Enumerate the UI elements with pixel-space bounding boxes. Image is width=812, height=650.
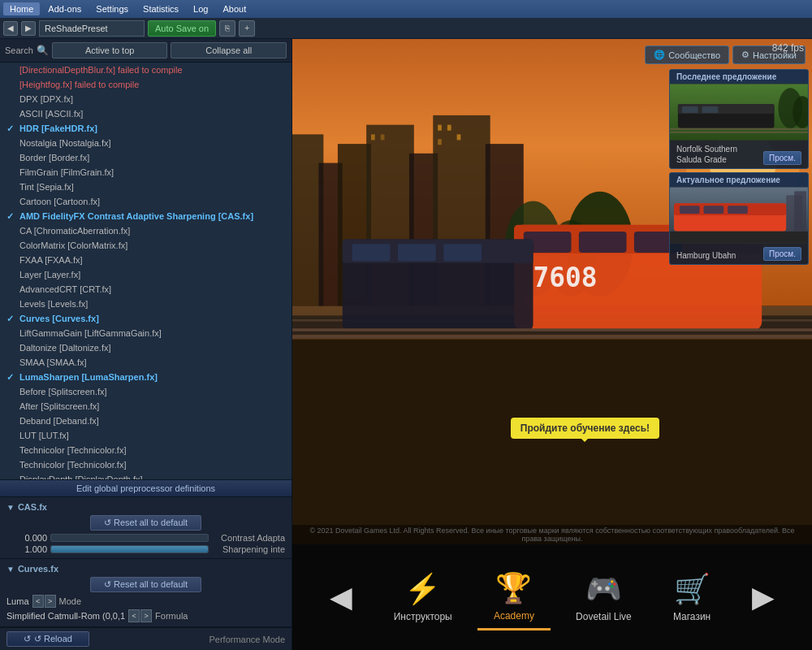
svg-rect-33 [352, 244, 391, 261]
cas-param2-bar[interactable] [50, 545, 209, 553]
prev-button[interactable]: ◀ [3, 21, 18, 36]
preset-name-input[interactable] [39, 20, 145, 37]
menu-tab-settings[interactable]: Settings [89, 2, 135, 15]
effect-item-e27[interactable]: Technicolor [Technicolor.fx] [0, 443, 292, 457]
curves-section-label: Curves.fx [18, 564, 58, 574]
active-to-top-button[interactable]: Active to top [52, 42, 168, 58]
checkmark-icon: ✓ [6, 124, 16, 134]
curves-formula-next-button[interactable]: > [140, 609, 152, 622]
menu-tab-home[interactable]: Home [3, 2, 40, 15]
auto-save-button[interactable]: Auto Save on [148, 20, 216, 37]
curves-mode-arrows: < > [32, 595, 56, 608]
effect-label: Before [Splitscreen.fx] [19, 387, 107, 396]
curves-mode-row: Luma < > Mode [0, 594, 292, 609]
svg-rect-38 [292, 340, 812, 544]
svg-rect-27 [579, 232, 627, 253]
menu-tab-statistics[interactable]: Statistics [136, 2, 185, 15]
effect-item-e11[interactable]: ✓AMD FidelityFX Contrast Adaptive Sharpe… [0, 209, 292, 223]
effect-item-e20[interactable]: Daltonize [Daltonize.fx] [0, 340, 292, 355]
cas-section-label: CAS.fx [18, 502, 47, 512]
promo-card-2-view-button[interactable]: Просм. [763, 247, 801, 261]
icon-item-right-arrow[interactable]: ▶ [736, 574, 791, 621]
effect-label: AMD FidelityFX Contrast Adaptive Sharpen… [19, 211, 253, 221]
effect-item-e4[interactable]: ASCII [ASCII.fx] [0, 106, 292, 121]
search-icon: 🔍 [37, 45, 49, 56]
effect-item-e10[interactable]: Cartoon [Cartoon.fx] [0, 194, 292, 209]
effect-item-e1[interactable]: [DirectionalDepthBlur.fx] failed to comp… [0, 63, 292, 77]
community-button[interactable]: 🌐 Сообщество [645, 46, 729, 64]
effect-item-e13[interactable]: ColorMatrix [ColorMatrix.fx] [0, 238, 292, 253]
curves-mode-value: Luma [6, 596, 29, 606]
copy-preset-button[interactable]: ⎘ [219, 20, 235, 37]
settings-icon: ⚙ [741, 50, 749, 60]
effect-item-e6[interactable]: Nostalgia [Nostalgia.fx] [0, 136, 292, 150]
copyright: © 2021 Dovetail Games Ltd. All Rights Re… [292, 525, 812, 544]
effect-item-e25[interactable]: Deband [Deband.fx] [0, 414, 292, 428]
effect-item-e18[interactable]: ✓Curves [Curves.fx] [0, 311, 292, 326]
effect-item-e3[interactable]: DPX [DPX.fx] [0, 92, 292, 106]
effect-item-e15[interactable]: Layer [Layer.fx] [0, 267, 292, 282]
curves-mode-next-button[interactable]: > [45, 595, 56, 608]
store-label: Магазин [673, 611, 710, 622]
reload-button[interactable]: ↺ ↺ Reload [6, 631, 89, 647]
effect-item-e28[interactable]: Technicolor [Technicolor.fx] [0, 457, 292, 472]
cas-param1-bar[interactable] [50, 534, 209, 542]
curves-formula-prev-button[interactable]: < [128, 609, 140, 622]
cas-reset-button[interactable]: ↺ Reset all to default [90, 515, 201, 531]
curves-formula-arrows: < > [128, 609, 152, 622]
instructors-icon: ⚡ [404, 572, 441, 606]
effect-item-e2[interactable]: [Heightfog.fx] failed to compile [0, 77, 292, 92]
effect-item-e8[interactable]: FilmGrain [FilmGrain.fx] [0, 165, 292, 180]
effect-item-e21[interactable]: SMAA [SMAA.fx] [0, 355, 292, 370]
cas-section: ▼ CAS.fx ↺ Reset all to default 0.000 Co… [0, 497, 292, 559]
curves-triangle-icon: ▼ [6, 565, 15, 574]
next-button[interactable]: ▶ [21, 21, 36, 36]
icon-item-instructors[interactable]: ⚡ Инструкторы [378, 566, 469, 629]
effect-label: LumaSharpen [LumaSharpen.fx] [19, 372, 158, 382]
curves-section: ▼ Curves.fx ↺ Reset all to default Luma … [0, 559, 292, 627]
svg-rect-18 [381, 134, 385, 140]
right-widgets: 🌐 Сообщество ⚙ Настройки Последнее предл… [666, 39, 812, 266]
menu-tab-addons[interactable]: Add-ons [41, 2, 88, 15]
effect-item-e22[interactable]: ✓LumaSharpen [LumaSharpen.fx] [0, 370, 292, 384]
tutorial-tooltip[interactable]: Пройдите обучение здесь! [511, 418, 659, 439]
svg-rect-51 [680, 206, 700, 214]
effect-label: Layer [Layer.fx] [19, 270, 80, 280]
effect-item-e7[interactable]: Border [Border.fx] [0, 150, 292, 165]
effect-item-e19[interactable]: LiftGammaGain [LiftGammaGain.fx] [0, 326, 292, 340]
search-label: Search [5, 46, 33, 55]
effect-item-e14[interactable]: FXAA [FXAA.fx] [0, 253, 292, 267]
curves-reset-button[interactable]: ↺ Reset all to default [90, 577, 201, 592]
icon-item-store[interactable]: 🛒 Магазин [657, 566, 727, 629]
effect-item-e23[interactable]: Before [Splitscreen.fx] [0, 384, 292, 399]
icon-item-left-arrow[interactable]: ◀ [313, 574, 369, 621]
collapse-all-button[interactable]: Collapse all [171, 42, 287, 58]
cas-param1-value: 0.000 [6, 533, 47, 543]
icon-item-dovetail-live[interactable]: 🎮 Dovetail Live [559, 566, 648, 629]
effect-label: Border [Border.fx] [19, 153, 89, 162]
effect-label: AdvancedCRT [CRT.fx] [19, 284, 111, 294]
add-preset-button[interactable]: + [239, 20, 255, 37]
effect-item-e17[interactable]: Levels [Levels.fx] [0, 297, 292, 311]
effect-item-e26[interactable]: LUT [LUT.fx] [0, 428, 292, 443]
menu-tab-log[interactable]: Log [187, 2, 214, 15]
effect-label: LiftGammaGain [LiftGammaGain.fx] [19, 328, 162, 338]
dovetail-icon: 🎮 [585, 572, 622, 606]
promo-card-1-view-button[interactable]: Просм. [763, 151, 801, 165]
global-def-button[interactable]: Edit global preprocessor definitions [0, 480, 292, 497]
effect-label: CA [ChromaticAberration.fx] [19, 226, 130, 236]
effect-item-e9[interactable]: Tint [Sepia.fx] [0, 180, 292, 194]
left-panel: Search 🔍 Active to top Collapse all [Dir… [0, 39, 292, 650]
effect-item-e29[interactable]: DisplayDepth [DisplayDepth.fx] [0, 472, 292, 479]
effect-item-e12[interactable]: CA [ChromaticAberration.fx] [0, 223, 292, 238]
curves-mode-prev-button[interactable]: < [32, 595, 44, 608]
menu-bar: Home Add-ons Settings Statistics Log Abo… [0, 0, 812, 18]
effect-item-e16[interactable]: AdvancedCRT [CRT.fx] [0, 282, 292, 297]
effect-label: Tint [Sepia.fx] [19, 182, 74, 192]
effect-item-e5[interactable]: ✓HDR [FakeHDR.fx] [0, 121, 292, 136]
menu-tab-about[interactable]: About [216, 2, 253, 15]
effect-item-e24[interactable]: After [Splitscreen.fx] [0, 399, 292, 414]
icon-item-academy[interactable]: 🏆 Academy [477, 565, 551, 630]
promo-card-2-body: Hamburg Ubahn Просм. [670, 244, 808, 264]
svg-rect-53 [728, 206, 748, 214]
